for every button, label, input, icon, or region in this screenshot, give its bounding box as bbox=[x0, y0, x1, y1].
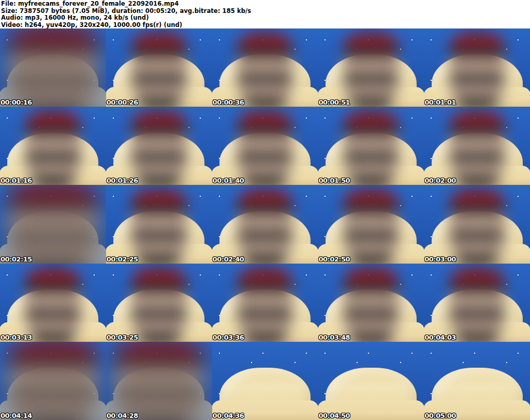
timestamp-label: 00:02:50 bbox=[318, 255, 350, 263]
timestamp-label: 00:04:50 bbox=[318, 412, 350, 419]
thumbnail: 00:05:00 bbox=[424, 342, 530, 420]
timestamp-label: 00:01:26 bbox=[107, 177, 138, 184]
timestamp-label: 00:02:40 bbox=[213, 255, 244, 263]
timestamp-label: 00:04:28 bbox=[107, 412, 138, 419]
timestamp-label: 00:03:36 bbox=[213, 334, 244, 341]
blurred-subject-placeholder bbox=[449, 32, 505, 107]
timestamp-label: 00:00:36 bbox=[213, 98, 244, 106]
blurred-subject-placeholder bbox=[344, 110, 399, 185]
blurred-subject-placeholder bbox=[449, 267, 505, 342]
thumbnail: 00:04:28 bbox=[106, 342, 212, 420]
blurred-subject-placeholder bbox=[7, 28, 98, 107]
file-info-line: File: myfreecams_forever_20_female_22092… bbox=[1, 1, 530, 8]
timestamp-label: 00:01:16 bbox=[1, 177, 32, 184]
blurred-subject-placeholder bbox=[344, 32, 399, 107]
blurred-subject-placeholder bbox=[131, 32, 186, 107]
thumbnail: 00:02:15 bbox=[0, 185, 106, 263]
thumbnail: 00:03:13 bbox=[0, 264, 106, 342]
blurred-subject-placeholder bbox=[449, 110, 505, 185]
thumbnail: 00:04:14 bbox=[0, 342, 106, 420]
blurred-subject-placeholder bbox=[344, 267, 399, 342]
thumbnail: 00:02:00 bbox=[424, 107, 530, 185]
timestamp-label: 00:03:25 bbox=[107, 334, 138, 341]
thumbnail: 00:03:25 bbox=[106, 264, 212, 342]
thumbnail: 00:03:48 bbox=[318, 264, 424, 342]
blurred-subject-placeholder bbox=[449, 188, 505, 263]
thumbnail: 00:01:01 bbox=[424, 28, 530, 107]
blurred-subject-placeholder bbox=[25, 110, 80, 185]
blurred-subject-placeholder bbox=[113, 342, 204, 420]
timestamp-label: 00:02:15 bbox=[1, 255, 32, 263]
thumbnail: 00:01:40 bbox=[212, 107, 318, 185]
timestamp-label: 00:00:26 bbox=[107, 98, 138, 106]
timestamp-label: 00:03:48 bbox=[318, 334, 350, 341]
blurred-subject-placeholder bbox=[131, 267, 186, 342]
thumbnail: 00:00:51 bbox=[318, 28, 424, 107]
thumbnail: 00:04:36 bbox=[212, 342, 318, 420]
blurred-subject-placeholder bbox=[25, 267, 80, 342]
timestamp-label: 00:05:00 bbox=[424, 412, 456, 419]
blurred-subject-placeholder bbox=[238, 188, 292, 263]
size-info-line: Size: 7387507 bytes (7.05 MiB), duration… bbox=[1, 8, 530, 15]
thumbnail: 00:04:50 bbox=[318, 342, 424, 420]
blurred-subject-placeholder bbox=[7, 342, 98, 420]
timestamp-label: 00:01:01 bbox=[424, 98, 456, 106]
thumbnail: 00:00:26 bbox=[106, 28, 212, 107]
metadata-header: File: myfreecams_forever_20_female_22092… bbox=[0, 0, 530, 28]
video-info-line: Video: h264, yuv420p, 320x240, 1000.00 f… bbox=[1, 22, 530, 29]
blurred-subject-placeholder bbox=[7, 185, 98, 263]
thumbnail: 00:00:36 bbox=[212, 28, 318, 107]
thumbnail: 00:03:36 bbox=[212, 264, 318, 342]
thumbnail: 00:02:40 bbox=[212, 185, 318, 263]
audio-info-line: Audio: mp3, 16000 Hz, mono, 24 kb/s (und… bbox=[1, 15, 530, 22]
thumbnail: 00:01:26 bbox=[106, 107, 212, 185]
thumbnail: 00:02:25 bbox=[106, 185, 212, 263]
thumbnail: 00:04:03 bbox=[424, 264, 530, 342]
blurred-subject-placeholder bbox=[131, 110, 186, 185]
blurred-subject-placeholder bbox=[131, 188, 186, 263]
blurred-subject-placeholder bbox=[238, 110, 292, 185]
thumbnail: 00:02:50 bbox=[318, 185, 424, 263]
blurred-subject-placeholder bbox=[344, 188, 399, 263]
thumbnail: 00:00:16 bbox=[0, 28, 106, 107]
timestamp-label: 00:04:14 bbox=[1, 412, 32, 419]
timestamp-label: 00:01:50 bbox=[318, 177, 350, 184]
timestamp-label: 00:00:51 bbox=[318, 98, 350, 106]
timestamp-label: 00:03:13 bbox=[1, 334, 32, 341]
timestamp-label: 00:02:00 bbox=[424, 177, 456, 184]
thumbnail: 00:01:50 bbox=[318, 107, 424, 185]
timestamp-label: 00:02:25 bbox=[107, 255, 138, 263]
thumbnail: 00:03:00 bbox=[424, 185, 530, 263]
timestamp-label: 00:04:36 bbox=[213, 412, 244, 419]
timestamp-label: 00:01:40 bbox=[213, 177, 244, 184]
timestamp-label: 00:04:03 bbox=[424, 334, 456, 341]
thumbnail: 00:01:16 bbox=[0, 107, 106, 185]
blurred-subject-placeholder bbox=[238, 32, 292, 107]
blurred-subject-placeholder bbox=[238, 267, 292, 342]
timestamp-label: 00:00:16 bbox=[1, 98, 32, 106]
timestamp-label: 00:03:00 bbox=[424, 255, 456, 263]
thumbnail-grid: 00:00:16 00:00:26 00:00:36 00:00:51 00:0… bbox=[0, 28, 530, 420]
